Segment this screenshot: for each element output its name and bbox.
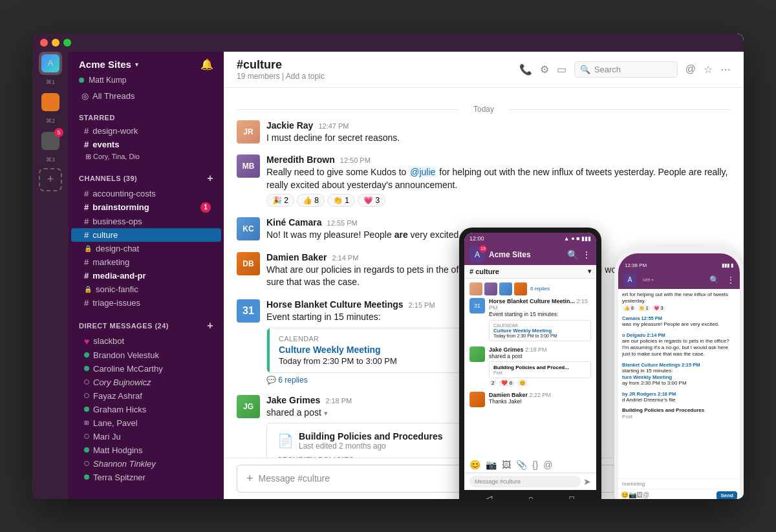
android-message-horse: 31 Horse Blanket Culture Meetin... 2:15 … xyxy=(469,298,591,341)
dm-cory-bujnowicz[interactable]: Cory Bujnowicz xyxy=(71,376,221,389)
at-icon[interactable]: @ xyxy=(685,63,696,75)
add-topic-link[interactable]: Add a topic xyxy=(286,72,325,81)
sender-name[interactable]: Jackie Ray xyxy=(266,120,313,131)
sidebar-item-brainstorming[interactable]: # brainstorming 1 xyxy=(71,200,221,215)
android-recents-icon[interactable]: □ xyxy=(570,494,574,499)
message-header: Meredith Brown 12:50 PM xyxy=(266,154,731,165)
android-search-icon[interactable]: 🔍 xyxy=(567,250,578,260)
iphone-more-icon[interactable]: ⋮ xyxy=(727,275,735,284)
workspace-name: Acme Sites xyxy=(79,59,131,70)
dm-label: DIRECT MESSAGES (24) + xyxy=(69,317,224,334)
mention-julie[interactable]: @julie xyxy=(409,167,436,177)
iphone-event-link[interactable]: ture Weekly Meeting xyxy=(622,374,736,380)
android-more-icon[interactable]: ⋮ xyxy=(582,250,591,260)
sender-name[interactable]: Meredith Brown xyxy=(266,154,335,165)
dm-lane-pavel[interactable]: ⊞ Lane, Pavel xyxy=(71,416,221,430)
iphone-mockup: 12:38 PM ▮▮▮ ▮ A ure • 🔍 ⋮ ert for helpi… xyxy=(614,247,744,499)
dm-mari-ju[interactable]: Mari Ju xyxy=(71,430,221,443)
iphone-emoji-icon[interactable]: 😊 xyxy=(621,491,629,499)
shared-post-arrow[interactable]: ▾ xyxy=(324,409,328,417)
iphone-message-6: Building Policies and Procedures Post xyxy=(622,407,736,421)
camera-icon[interactable]: 📷 xyxy=(486,460,497,470)
sender-name[interactable]: Jake Grimes xyxy=(266,395,320,405)
close-button[interactable] xyxy=(40,39,48,47)
sidebar-item-accounting-costs[interactable]: # accounting-costs xyxy=(71,187,221,200)
android-post-card[interactable]: Building Policies and Proced... Post xyxy=(489,361,591,378)
android-back-icon[interactable]: ◁ xyxy=(486,494,492,499)
iphone-at-icon[interactable]: @ xyxy=(643,491,649,499)
reaction-thumbsup[interactable]: 👍 8 xyxy=(297,194,325,207)
add-attachment-icon[interactable]: + xyxy=(246,472,253,485)
add-workspace-button[interactable]: + xyxy=(39,168,62,191)
sender-name[interactable]: Damien Baker xyxy=(266,252,327,262)
dm-matt-hodgins[interactable]: Matt Hodgins xyxy=(71,443,221,457)
dm-terra-spitzner[interactable]: Terra Spitzner xyxy=(71,471,221,484)
image-icon[interactable]: 🖼 xyxy=(502,460,511,470)
phone-icon[interactable]: 📞 xyxy=(519,63,532,76)
app-container: A ⌘1 ⌘2 5 ⌘3 + Acme Sites ▾ 🔔 Matt Kump … xyxy=(32,34,744,499)
post-card[interactable]: 📄 Building Policies and Procedures Last … xyxy=(266,423,486,457)
dm-caroline-mccarthy[interactable]: Caroline McCarthy xyxy=(71,362,221,376)
minimize-button[interactable] xyxy=(52,39,59,47)
android-send-icon[interactable]: ➤ xyxy=(583,476,591,487)
more-icon[interactable]: ⋯ xyxy=(720,63,731,76)
add-dm-button[interactable]: + xyxy=(207,320,213,332)
iphone-camera-icon[interactable]: 📷 xyxy=(629,491,636,499)
online-status-dot xyxy=(84,366,89,371)
sidebar-item-marketing[interactable]: # marketing xyxy=(71,255,221,269)
code-icon[interactable]: {} xyxy=(532,460,538,470)
file-icon[interactable]: 📎 xyxy=(516,460,527,470)
iphone-reaction[interactable]: 💗 3 xyxy=(652,305,665,312)
sidebar-item-media-and-pr[interactable]: # media-and-pr xyxy=(71,269,221,282)
search-box[interactable]: 🔍 Search xyxy=(574,61,678,78)
layout-icon[interactable]: ▭ xyxy=(557,63,566,76)
reaction-heart[interactable]: 💗 3 xyxy=(358,194,385,207)
android-message-input[interactable]: Message #culture xyxy=(469,476,581,487)
iphone-send-button[interactable]: Send xyxy=(717,491,737,499)
android-avatar xyxy=(499,282,512,295)
add-channel-button[interactable]: + xyxy=(207,173,213,184)
android-replies-link[interactable]: 6 replies xyxy=(530,282,550,295)
iphone-reaction[interactable]: 👏 1 xyxy=(637,305,651,312)
sender-name[interactable]: Horse Blanket Culture Meetings xyxy=(266,299,404,310)
dm-shannon-tinkley[interactable]: Shannon Tinkley xyxy=(71,457,221,471)
android-event-card[interactable]: Calendar Culture Weekly Meeting Today fr… xyxy=(489,320,591,341)
settings-gear-icon[interactable]: ⚙ xyxy=(540,63,549,76)
lock-icon: 🔒 xyxy=(84,286,92,293)
sender-name[interactable]: Kiné Camara xyxy=(266,217,322,228)
all-threads-link[interactable]: ◎ All Threads xyxy=(69,89,224,103)
android-channel-chevron-icon[interactable]: ▾ xyxy=(588,268,591,275)
android-home-icon[interactable]: ○ xyxy=(528,494,533,499)
dm-graham-hicks[interactable]: Graham Hicks xyxy=(71,403,221,416)
reaction-tada[interactable]: 🎉 2 xyxy=(266,194,294,207)
iphone-image-icon[interactable]: 🖼 xyxy=(636,491,643,499)
workspace-icon-3[interactable]: 5 xyxy=(39,129,62,153)
iphone-reaction[interactable]: 👍 8 xyxy=(622,305,636,312)
sidebar-item-business-ops[interactable]: # business-ops xyxy=(71,215,221,228)
notifications-bell-icon[interactable]: 🔔 xyxy=(200,58,213,70)
android-reaction-2[interactable]: ❤️ 6 xyxy=(499,379,515,387)
sidebar-item-culture[interactable]: # culture xyxy=(71,228,221,242)
reaction-clap[interactable]: 👏 1 xyxy=(327,194,355,207)
dm-fayaz-ashraf[interactable]: Fayaz Ashraf xyxy=(71,389,221,403)
message-header: Kiné Camara 12:55 PM xyxy=(266,217,731,228)
emoji-icon[interactable]: 😊 xyxy=(469,460,480,470)
sidebar-item-events[interactable]: # events xyxy=(71,138,221,151)
android-reaction-1[interactable]: 2 xyxy=(489,379,497,387)
star-icon[interactable]: ☆ xyxy=(704,63,713,76)
iphone-search-icon[interactable]: 🔍 xyxy=(709,275,719,284)
sidebar-item-triage-issues[interactable]: # triage-issues xyxy=(71,296,221,310)
sidebar-item-sonic-fanfic[interactable]: 🔒 sonic-fanfic xyxy=(71,282,221,296)
dm-slackbot[interactable]: ♥ slackbot xyxy=(71,334,221,348)
workspace-name-button[interactable]: Acme Sites ▾ xyxy=(79,59,138,70)
maximize-button[interactable] xyxy=(63,39,71,47)
sidebar-item-design-work[interactable]: # design-work xyxy=(71,124,221,138)
member-count[interactable]: 19 members xyxy=(237,72,280,81)
android-reaction-3[interactable]: 😊 xyxy=(517,379,528,387)
at-mention-icon[interactable]: @ xyxy=(543,460,552,470)
dm-brandon-velestuk[interactable]: Brandon Velestuk xyxy=(71,348,221,362)
workspace-icon-2[interactable] xyxy=(39,90,62,114)
sidebar-item-design-chat[interactable]: 🔒 design-chat xyxy=(71,242,221,255)
workspace-icon-acme[interactable]: A xyxy=(39,52,62,75)
android-avatar-row: 6 replies xyxy=(469,282,591,295)
